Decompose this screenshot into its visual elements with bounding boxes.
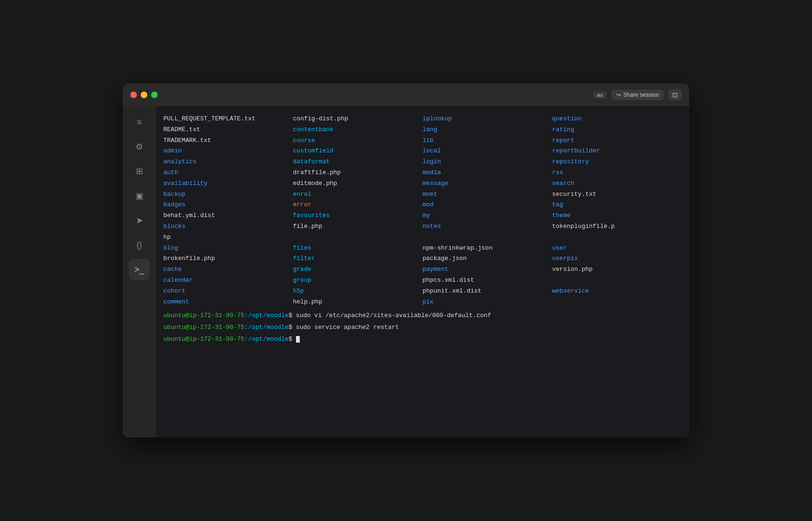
list-item: my	[423, 210, 552, 221]
list-item: hp	[163, 232, 293, 243]
list-item: lib	[423, 135, 552, 146]
share-icon: ↪	[616, 92, 621, 98]
sidebar-item-deploy[interactable]: ➤	[129, 210, 150, 231]
list-item: file.php	[293, 221, 423, 232]
list-item: error	[293, 200, 423, 210]
prompt-line-1: ubuntu@ip-172-31-90-75:/opt/moodle$ sudo…	[163, 311, 682, 321]
list-item: local	[423, 146, 552, 157]
prompt-line-2: ubuntu@ip-172-31-90-75:/opt/moodle$ sudo…	[163, 323, 682, 333]
prompt-path-1: :/opt/moodle	[245, 312, 289, 319]
prompt-user-1: ubuntu@ip-172-31-90-75	[163, 312, 245, 319]
list-item: dataformat	[293, 157, 423, 168]
list-item: search	[552, 178, 682, 189]
list-item: mnet	[423, 189, 552, 200]
prompt-path-2: :/opt/moodle	[245, 324, 289, 331]
list-item: README.txt	[163, 125, 293, 135]
list-item: draftfile.php	[293, 168, 423, 178]
list-item: mod	[423, 200, 552, 210]
titlebar: au ↪ Share session ⊡	[123, 84, 689, 106]
file-col-2: config-dist.php contentbank course custo…	[293, 114, 423, 307]
prompt-line-3: ubuntu@ip-172-31-90-75:/opt/moodle$	[163, 335, 682, 345]
list-item	[552, 275, 682, 286]
list-item: editmode.php	[293, 178, 423, 189]
main-area: ≡ ⚙ ⊞ ▣ ➤ {} >_ PULL_REQUEST_TEMPLATE.tx…	[123, 106, 689, 437]
list-item: brokenfile.php	[163, 253, 293, 264]
list-item: comment	[163, 297, 293, 308]
sidebar-item-menu[interactable]: ≡	[129, 112, 150, 133]
list-item: login	[423, 157, 552, 168]
list-item: files	[293, 243, 423, 254]
list-item: filter	[293, 253, 423, 264]
list-item: tokenpluginfile.p	[552, 221, 682, 232]
cursor	[296, 336, 300, 343]
list-item: h5p	[293, 286, 423, 297]
terminal-window: au ↪ Share session ⊡ ≡ ⚙ ⊞ ▣ ➤ {} >_ PUL…	[123, 84, 689, 437]
list-item: backup	[163, 189, 293, 200]
list-item: tag	[552, 200, 682, 210]
list-item: rss	[552, 168, 682, 178]
list-item: admin	[163, 146, 293, 157]
list-item: config-dist.php	[293, 114, 423, 125]
list-item: analytics	[163, 157, 293, 168]
list-item: message	[423, 178, 552, 189]
prompt-path-3: :/opt/moodle	[245, 336, 289, 343]
close-button[interactable]	[130, 92, 137, 98]
list-item: TRADEMARK.txt	[163, 135, 293, 146]
list-item: badges	[163, 200, 293, 210]
terminal-area[interactable]: PULL_REQUEST_TEMPLATE.txt README.txt TRA…	[156, 106, 689, 437]
file-col-1: PULL_REQUEST_TEMPLATE.txt README.txt TRA…	[163, 114, 293, 307]
list-item: user	[552, 243, 682, 254]
list-item: rating	[552, 125, 682, 135]
list-item: phpcs.xml.dist	[423, 275, 552, 286]
list-item	[552, 232, 682, 243]
titlebar-controls: au ↪ Share session ⊡	[593, 89, 682, 101]
list-item: pix	[423, 297, 552, 308]
prompt-cmd-2: $ sudo service apache2 restart	[288, 324, 399, 331]
list-item: theme	[552, 210, 682, 221]
list-item: auth	[163, 168, 293, 178]
minimize-button[interactable]	[141, 92, 147, 98]
list-item: phpunit.xml.dist	[423, 286, 552, 297]
list-item: question	[552, 114, 682, 125]
sidebar-item-terminal[interactable]: >_	[129, 259, 150, 280]
list-item: media	[423, 168, 552, 178]
list-item: enrol	[293, 189, 423, 200]
sidebar-item-code[interactable]: {}	[129, 235, 150, 255]
list-item: webservice	[552, 286, 682, 297]
traffic-lights	[130, 92, 158, 98]
share-label: Share session	[623, 92, 659, 98]
sidebar-item-grid[interactable]: ⊞	[129, 161, 150, 182]
list-item: npm-shrinkwrap.json	[423, 243, 552, 254]
maximize-button[interactable]	[151, 92, 158, 98]
share-session-button[interactable]: ↪ Share session	[611, 90, 664, 100]
prompt-user-3: ubuntu@ip-172-31-90-75	[163, 336, 245, 343]
list-item: customfield	[293, 146, 423, 157]
list-item: report	[552, 135, 682, 146]
list-item	[423, 232, 552, 243]
file-col-4: question rating report reportbuilder rep…	[552, 114, 682, 307]
list-item	[552, 297, 682, 308]
sidebar: ≡ ⚙ ⊞ ▣ ➤ {} >_	[123, 106, 156, 437]
list-item: iplookup	[423, 114, 552, 125]
list-item: help.php	[293, 297, 423, 308]
list-item: notes	[423, 221, 552, 232]
list-item: reportbuilder	[552, 146, 682, 157]
list-item: behat.yml.dist	[163, 210, 293, 221]
list-item: security.txt	[552, 189, 682, 200]
list-item: blocks	[163, 221, 293, 232]
prompt-cmd-3: $	[288, 336, 296, 343]
list-item: repository	[552, 157, 682, 168]
list-item: grade	[293, 264, 423, 275]
au-badge: au	[593, 91, 607, 99]
list-item: contentbank	[293, 125, 423, 135]
sidebar-item-files[interactable]: ▣	[129, 185, 150, 206]
sidebar-item-settings[interactable]: ⚙	[129, 136, 150, 157]
list-item: package.json	[423, 253, 552, 264]
list-item: PULL_REQUEST_TEMPLATE.txt	[163, 114, 293, 125]
prompt-user-2: ubuntu@ip-172-31-90-75	[163, 324, 245, 331]
list-item	[293, 232, 423, 243]
list-item: cohort	[163, 286, 293, 297]
layout-button[interactable]: ⊡	[668, 89, 682, 101]
list-item: calendar	[163, 275, 293, 286]
list-item: userpix	[552, 253, 682, 264]
